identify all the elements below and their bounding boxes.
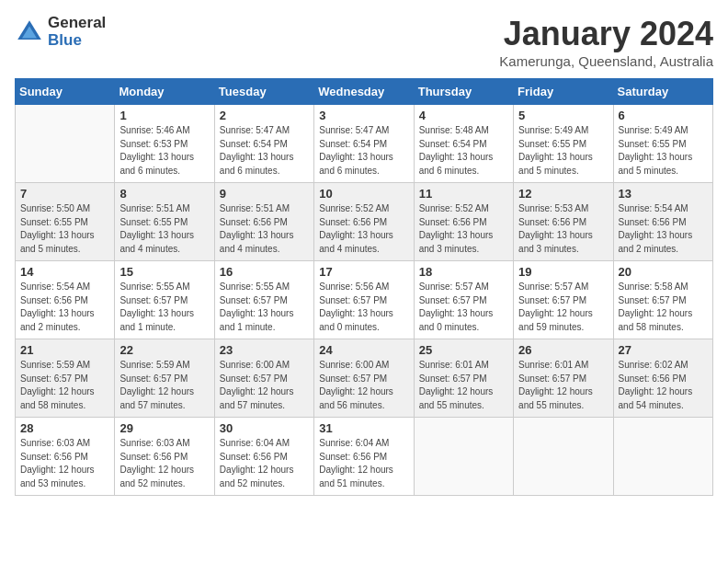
day-info: Sunrise: 5:49 AM Sunset: 6:55 PM Dayligh…: [619, 124, 708, 178]
day-number: 11: [419, 187, 508, 201]
calendar-cell: 20Sunrise: 5:58 AM Sunset: 6:57 PM Dayli…: [613, 261, 712, 339]
weekday-header-sunday: Sunday: [16, 79, 115, 105]
day-info: Sunrise: 5:57 AM Sunset: 6:57 PM Dayligh…: [518, 281, 608, 334]
calendar-cell: 10Sunrise: 5:52 AM Sunset: 6:56 PM Dayli…: [314, 183, 414, 261]
day-info: Sunrise: 5:47 AM Sunset: 6:54 PM Dayligh…: [220, 124, 309, 178]
day-number: 15: [119, 265, 209, 279]
day-number: 8: [119, 187, 209, 201]
logo-icon: [15, 17, 44, 47]
day-number: 25: [419, 343, 508, 357]
day-number: 4: [419, 109, 508, 122]
calendar-cell: 16Sunrise: 5:55 AM Sunset: 6:57 PM Dayli…: [214, 261, 313, 339]
day-info: Sunrise: 6:04 AM Sunset: 6:56 PM Dayligh…: [319, 437, 408, 490]
week-row-2: 7Sunrise: 5:50 AM Sunset: 6:55 PM Daylig…: [16, 183, 713, 261]
calendar-cell: 5Sunrise: 5:49 AM Sunset: 6:55 PM Daylig…: [514, 105, 613, 183]
day-number: 21: [20, 343, 109, 357]
day-info: Sunrise: 5:51 AM Sunset: 6:55 PM Dayligh…: [119, 202, 209, 256]
day-info: Sunrise: 5:55 AM Sunset: 6:57 PM Dayligh…: [220, 281, 309, 334]
logo: General Blue: [15, 15, 106, 49]
calendar-cell: [414, 418, 513, 496]
calendar-cell: 8Sunrise: 5:51 AM Sunset: 6:55 PM Daylig…: [115, 183, 214, 261]
week-row-5: 28Sunrise: 6:03 AM Sunset: 6:56 PM Dayli…: [16, 418, 713, 496]
day-number: 19: [518, 265, 608, 279]
logo-text: General Blue: [48, 15, 106, 49]
calendar-cell: 3Sunrise: 5:47 AM Sunset: 6:54 PM Daylig…: [314, 105, 414, 183]
day-number: 13: [619, 187, 708, 201]
day-info: Sunrise: 5:58 AM Sunset: 6:57 PM Dayligh…: [619, 281, 708, 334]
calendar-cell: 7Sunrise: 5:50 AM Sunset: 6:55 PM Daylig…: [16, 183, 115, 261]
day-number: 7: [20, 187, 109, 201]
weekday-header-friday: Friday: [514, 79, 613, 105]
week-row-1: 1Sunrise: 5:46 AM Sunset: 6:53 PM Daylig…: [16, 105, 713, 183]
day-number: 26: [518, 343, 608, 357]
day-number: 5: [518, 109, 608, 122]
day-number: 12: [518, 187, 608, 201]
calendar-location: Kamerunga, Queensland, Australia: [499, 53, 713, 69]
calendar-cell: 15Sunrise: 5:55 AM Sunset: 6:57 PM Dayli…: [115, 261, 214, 339]
day-info: Sunrise: 5:51 AM Sunset: 6:56 PM Dayligh…: [220, 202, 309, 256]
day-number: 14: [20, 265, 109, 279]
day-info: Sunrise: 5:59 AM Sunset: 6:57 PM Dayligh…: [20, 359, 109, 412]
day-number: 3: [319, 109, 408, 122]
day-info: Sunrise: 6:03 AM Sunset: 6:56 PM Dayligh…: [20, 437, 109, 490]
weekday-header-row: SundayMondayTuesdayWednesdayThursdayFrid…: [16, 79, 713, 105]
calendar-cell: 26Sunrise: 6:01 AM Sunset: 6:57 PM Dayli…: [514, 339, 613, 418]
logo-general-text: General: [48, 15, 106, 32]
day-number: 6: [619, 109, 708, 122]
calendar-cell: 2Sunrise: 5:47 AM Sunset: 6:54 PM Daylig…: [214, 105, 313, 183]
weekday-header-tuesday: Tuesday: [214, 79, 313, 105]
calendar-cell: [16, 105, 115, 183]
calendar-cell: 9Sunrise: 5:51 AM Sunset: 6:56 PM Daylig…: [214, 183, 313, 261]
calendar-cell: [613, 418, 712, 496]
calendar-cell: 14Sunrise: 5:54 AM Sunset: 6:56 PM Dayli…: [16, 261, 115, 339]
calendar-cell: 18Sunrise: 5:57 AM Sunset: 6:57 PM Dayli…: [414, 261, 513, 339]
day-info: Sunrise: 5:59 AM Sunset: 6:57 PM Dayligh…: [119, 359, 209, 412]
day-info: Sunrise: 5:53 AM Sunset: 6:56 PM Dayligh…: [518, 202, 608, 256]
day-info: Sunrise: 5:48 AM Sunset: 6:54 PM Dayligh…: [419, 124, 508, 178]
calendar-cell: 24Sunrise: 6:00 AM Sunset: 6:57 PM Dayli…: [314, 339, 414, 418]
calendar-cell: 17Sunrise: 5:56 AM Sunset: 6:57 PM Dayli…: [314, 261, 414, 339]
week-row-4: 21Sunrise: 5:59 AM Sunset: 6:57 PM Dayli…: [16, 339, 713, 418]
day-info: Sunrise: 5:52 AM Sunset: 6:56 PM Dayligh…: [419, 202, 508, 256]
day-info: Sunrise: 5:54 AM Sunset: 6:56 PM Dayligh…: [20, 281, 109, 334]
day-number: 31: [319, 421, 408, 435]
day-info: Sunrise: 5:54 AM Sunset: 6:56 PM Dayligh…: [619, 202, 708, 256]
calendar-cell: 28Sunrise: 6:03 AM Sunset: 6:56 PM Dayli…: [16, 418, 115, 496]
weekday-header-wednesday: Wednesday: [314, 79, 414, 105]
day-number: 2: [220, 109, 309, 122]
day-info: Sunrise: 6:00 AM Sunset: 6:57 PM Dayligh…: [319, 359, 408, 412]
day-number: 9: [220, 187, 309, 201]
calendar-cell: 11Sunrise: 5:52 AM Sunset: 6:56 PM Dayli…: [414, 183, 513, 261]
calendar-title: January 2024: [499, 15, 713, 53]
day-info: Sunrise: 5:55 AM Sunset: 6:57 PM Dayligh…: [119, 281, 209, 334]
day-number: 28: [20, 421, 109, 435]
day-info: Sunrise: 6:01 AM Sunset: 6:57 PM Dayligh…: [518, 359, 608, 412]
day-number: 22: [119, 343, 209, 357]
calendar-cell: 19Sunrise: 5:57 AM Sunset: 6:57 PM Dayli…: [514, 261, 613, 339]
weekday-header-monday: Monday: [115, 79, 214, 105]
calendar-table: SundayMondayTuesdayWednesdayThursdayFrid…: [15, 78, 713, 496]
day-number: 10: [319, 187, 408, 201]
calendar-cell: [514, 418, 613, 496]
day-info: Sunrise: 6:01 AM Sunset: 6:57 PM Dayligh…: [419, 359, 508, 412]
day-info: Sunrise: 5:49 AM Sunset: 6:55 PM Dayligh…: [518, 124, 608, 178]
day-info: Sunrise: 5:47 AM Sunset: 6:54 PM Dayligh…: [319, 124, 408, 178]
day-info: Sunrise: 6:03 AM Sunset: 6:56 PM Dayligh…: [119, 437, 209, 490]
day-info: Sunrise: 6:00 AM Sunset: 6:57 PM Dayligh…: [220, 359, 309, 412]
week-row-3: 14Sunrise: 5:54 AM Sunset: 6:56 PM Dayli…: [16, 261, 713, 339]
day-number: 29: [119, 421, 209, 435]
page-header: General Blue January 2024 Kamerunga, Que…: [15, 15, 713, 69]
calendar-cell: 1Sunrise: 5:46 AM Sunset: 6:53 PM Daylig…: [115, 105, 214, 183]
calendar-cell: 12Sunrise: 5:53 AM Sunset: 6:56 PM Dayli…: [514, 183, 613, 261]
day-number: 30: [220, 421, 309, 435]
day-number: 17: [319, 265, 408, 279]
day-number: 20: [619, 265, 708, 279]
day-info: Sunrise: 6:04 AM Sunset: 6:56 PM Dayligh…: [220, 437, 309, 490]
calendar-cell: 13Sunrise: 5:54 AM Sunset: 6:56 PM Dayli…: [613, 183, 712, 261]
calendar-cell: 29Sunrise: 6:03 AM Sunset: 6:56 PM Dayli…: [115, 418, 214, 496]
calendar-cell: 23Sunrise: 6:00 AM Sunset: 6:57 PM Dayli…: [214, 339, 313, 418]
logo-blue-text: Blue: [48, 32, 106, 50]
calendar-cell: 21Sunrise: 5:59 AM Sunset: 6:57 PM Dayli…: [16, 339, 115, 418]
calendar-cell: 4Sunrise: 5:48 AM Sunset: 6:54 PM Daylig…: [414, 105, 513, 183]
day-number: 18: [419, 265, 508, 279]
